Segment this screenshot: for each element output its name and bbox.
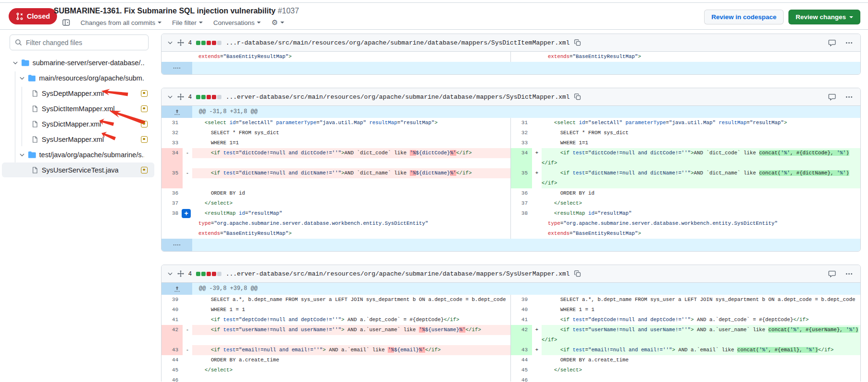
file-options-kebab-button[interactable]	[845, 39, 853, 46]
line-number[interactable]: 40	[162, 305, 183, 315]
drag-file-handle[interactable]	[177, 39, 184, 46]
line-number[interactable]: 44	[511, 355, 532, 365]
changes-from-dropdown[interactable]: Changes from all commits	[81, 19, 162, 26]
drag-file-handle[interactable]	[177, 270, 184, 277]
collapse-file-button[interactable]	[167, 94, 173, 100]
line-number[interactable]: 34	[162, 148, 183, 168]
line-number[interactable]	[511, 219, 532, 229]
expand-diff-button[interactable]	[162, 62, 192, 74]
expand-diff-button[interactable]	[162, 239, 192, 251]
drag-file-handle[interactable]	[177, 93, 184, 100]
diff-marker: +	[532, 325, 542, 345]
code-line: type="org.apache.submarine.server.databa…	[192, 219, 510, 229]
diff-marker	[183, 229, 192, 239]
line-number[interactable]: 39	[511, 295, 532, 305]
code-line: SELECT a.*, b.dept_name FROM sys_user a …	[542, 295, 860, 305]
comment-icon	[828, 93, 836, 101]
line-number[interactable]: 40	[511, 305, 532, 315]
chevron-down-icon	[19, 75, 25, 81]
line-number[interactable]: 45	[162, 365, 183, 375]
diff-marker	[532, 208, 542, 219]
tree-folder-submarine-server-server-database-[interactable]: submarine-server/server-database/...	[2, 55, 154, 70]
diff-line-row: 31 <select id="selectAll" parameterType=…	[162, 118, 860, 128]
copy-path-button[interactable]	[574, 93, 581, 100]
collapse-file-button[interactable]	[167, 40, 173, 46]
comment-button[interactable]	[828, 270, 836, 278]
line-number[interactable]: 41	[511, 315, 532, 325]
chevron-down-icon[interactable]	[19, 152, 25, 158]
copy-path-button[interactable]	[574, 270, 581, 277]
tree-file-sysuserservicetest-java[interactable]: SysUserServiceTest.java	[2, 162, 154, 177]
tree-folder-test-java-org-apache-submarine-s-[interactable]: test/java/org/apache/submarine/s..	[2, 147, 154, 162]
file-tree: submarine-server/server-database/...main…	[0, 55, 156, 177]
line-number[interactable]: 32	[162, 128, 183, 138]
line-number[interactable]: 37	[511, 198, 532, 208]
hunk-row: @@ -39,8 +39,8 @@	[162, 283, 860, 295]
line-number[interactable]: 35	[162, 168, 183, 188]
code-line: WHERE 1=1	[542, 138, 860, 148]
line-number[interactable]: 46	[162, 375, 183, 382]
line-number[interactable]: 44	[162, 355, 183, 365]
chevron-down-icon[interactable]	[12, 60, 18, 66]
line-number[interactable]: 45	[511, 365, 532, 375]
expand-hunk-button[interactable]	[162, 283, 192, 295]
tree-file-sysdictitemmapper-xml[interactable]: SysDictItemMapper.xml	[2, 101, 154, 116]
diff-marker	[183, 138, 192, 148]
file-filter-dropdown[interactable]: File filter	[172, 19, 203, 26]
comment-button[interactable]	[828, 93, 836, 101]
tree-file-sysdictmapper-xml[interactable]: SysDictMapper.xml	[2, 116, 154, 131]
tree-folder-main-resources-org-apache-subm-[interactable]: main/resources/org/apache/subm...	[2, 70, 154, 85]
diff-marker	[532, 138, 542, 148]
diff-settings-dropdown[interactable]: ⚙	[271, 18, 284, 27]
conversations-dropdown[interactable]: Conversations	[213, 19, 261, 26]
line-number[interactable]: 42	[511, 325, 532, 345]
review-in-codespace-button[interactable]: Review in codespace	[704, 10, 784, 24]
comment-button[interactable]	[828, 39, 836, 46]
chevron-down-icon[interactable]	[19, 75, 25, 81]
line-number[interactable]: 43	[162, 345, 183, 355]
review-changes-button[interactable]: Review changes	[788, 10, 860, 24]
filter-changed-files-input[interactable]	[26, 39, 143, 46]
line-number[interactable]	[162, 229, 183, 239]
diff-line-row: 46 46	[162, 375, 860, 382]
line-number[interactable]: 33	[162, 138, 183, 148]
diff-line-row: 37 </select> 37 </select>	[162, 198, 860, 208]
code-line: extends="BaseEntityResultMap">	[542, 229, 860, 239]
expand-hunk-button[interactable]	[162, 106, 192, 118]
collapse-file-button[interactable]	[167, 271, 173, 277]
file-name: SysDictItemMapper.xml	[42, 105, 115, 113]
line-number[interactable]: 41	[162, 315, 183, 325]
line-number[interactable]	[162, 219, 183, 229]
file-options-kebab-button[interactable]	[845, 93, 853, 101]
line-number[interactable]: 35	[511, 168, 532, 188]
line-number[interactable]: 43	[511, 345, 532, 355]
line-number[interactable]	[511, 52, 532, 62]
line-number[interactable]: 36	[162, 188, 183, 198]
file-options-kebab-button[interactable]	[845, 270, 853, 278]
line-number[interactable]: 46	[511, 375, 532, 382]
line-number[interactable]	[511, 229, 532, 239]
line-number[interactable]: 38	[162, 208, 183, 219]
file-path: ...erver-database/src/main/resources/org…	[226, 270, 570, 278]
tree-file-sysusermapper-xml[interactable]: SysUserMapper.xml	[2, 132, 154, 147]
line-number[interactable]: 34	[511, 148, 532, 168]
code-line: ORDER BY a.create_time	[192, 355, 510, 365]
line-number[interactable]: 31	[511, 118, 532, 128]
line-number[interactable]: 38	[511, 208, 532, 219]
line-number[interactable]: 32	[511, 128, 532, 138]
tree-file-sysdeptmapper-xml[interactable]: SysDeptMapper.xml	[2, 86, 154, 101]
code-line: type="org.apache.submarine.server.databa…	[542, 219, 860, 229]
line-number[interactable]: 36	[511, 188, 532, 198]
add-comment-button[interactable]: +	[182, 209, 191, 218]
line-number[interactable]: 37	[162, 198, 183, 208]
line-number[interactable]: 33	[511, 138, 532, 148]
line-number[interactable]	[162, 52, 183, 62]
copy-path-button[interactable]	[574, 39, 581, 46]
line-number[interactable]: 42	[162, 325, 183, 345]
diff-marker	[532, 375, 542, 382]
line-number[interactable]: 39	[162, 295, 183, 305]
diff-marker	[183, 355, 192, 365]
line-number[interactable]: 31	[162, 118, 183, 128]
toggle-file-tree-button[interactable]	[62, 19, 70, 26]
diff-marker	[183, 219, 192, 229]
